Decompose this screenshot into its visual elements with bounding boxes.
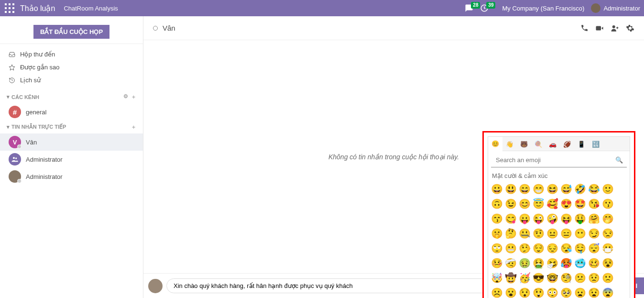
activity-icon[interactable]: 39 xyxy=(480,4,489,12)
apps-icon[interactable] xyxy=(4,2,15,14)
emoji-item[interactable]: 🤨 xyxy=(533,228,545,240)
add-user-icon[interactable] xyxy=(611,24,619,33)
emoji-item[interactable]: 😙 xyxy=(491,213,503,225)
emoji-item[interactable]: 😑 xyxy=(560,228,572,240)
emoji-item[interactable]: 😁 xyxy=(533,183,545,195)
dm-header[interactable]: ▾ TIN NHẮN TRỰC TIẾP ＋ xyxy=(0,121,143,133)
emoji-item[interactable]: 🤩 xyxy=(574,198,586,210)
emoji-item[interactable]: 😵 xyxy=(602,257,614,269)
emoji-search-input[interactable] xyxy=(495,155,615,165)
emoji-item[interactable]: 🥶 xyxy=(574,257,586,269)
emoji-item[interactable]: 😯 xyxy=(519,287,531,298)
emoji-item[interactable]: 😕 xyxy=(574,272,586,284)
emoji-item[interactable]: 🤔 xyxy=(505,228,517,240)
emoji-item[interactable]: 😀 xyxy=(491,183,503,195)
emoji-item[interactable]: 🤫 xyxy=(491,228,503,240)
emoji-item[interactable]: 🤤 xyxy=(574,243,586,254)
emoji-item[interactable]: 😪 xyxy=(560,243,572,254)
emoji-item[interactable]: 🤒 xyxy=(491,257,503,269)
emoji-item[interactable]: 😦 xyxy=(574,287,586,298)
emoji-item[interactable]: 😗 xyxy=(602,198,614,210)
dm-item[interactable]: V Vân xyxy=(0,133,143,151)
emoji-item[interactable]: 🤢 xyxy=(519,257,531,269)
emoji-item[interactable]: 🤥 xyxy=(519,243,531,254)
emoji-tab-food[interactable]: 🍭 xyxy=(531,137,546,151)
emoji-item[interactable]: 🥰 xyxy=(546,198,558,210)
emoji-item[interactable]: 😴 xyxy=(588,243,600,254)
emoji-item[interactable]: 🤪 xyxy=(546,213,558,225)
brand-title[interactable]: Thảo luận xyxy=(20,4,55,13)
emoji-item[interactable]: 😏 xyxy=(588,228,600,240)
emoji-item[interactable]: 🤠 xyxy=(505,272,517,284)
emoji-item[interactable]: 😒 xyxy=(602,228,614,240)
emoji-item[interactable]: 🤐 xyxy=(519,228,531,240)
plus-icon[interactable]: ＋ xyxy=(131,123,136,131)
emoji-item[interactable]: 😳 xyxy=(546,287,558,298)
emoji-item[interactable]: 😐 xyxy=(546,228,558,240)
call-icon[interactable] xyxy=(580,24,589,33)
emoji-item[interactable]: ☹️ xyxy=(491,287,503,298)
emoji-item[interactable]: 🤗 xyxy=(588,213,600,225)
emoji-item[interactable]: 🤮 xyxy=(533,257,545,269)
emoji-item[interactable]: 😟 xyxy=(588,272,600,284)
emoji-tab-nature[interactable]: 🐻 xyxy=(517,137,531,151)
emoji-item[interactable]: 😎 xyxy=(533,272,545,284)
emoji-item[interactable]: 🥵 xyxy=(560,257,572,269)
emoji-item[interactable]: 🥳 xyxy=(519,272,531,284)
gear-icon[interactable] xyxy=(626,24,634,33)
emoji-item[interactable]: 🧐 xyxy=(560,272,572,284)
emoji-item[interactable]: 🤓 xyxy=(546,272,558,284)
emoji-tab-symbols[interactable]: 🔣 xyxy=(589,137,603,151)
channel-item[interactable]: # general xyxy=(0,103,143,121)
channels-header[interactable]: ▾ CÁC KÊNH ⚙ ＋ xyxy=(0,90,143,103)
emoji-item[interactable]: 😆 xyxy=(546,183,558,195)
dm-item[interactable]: Administrator xyxy=(0,168,143,185)
emoji-item[interactable]: 🤣 xyxy=(574,183,586,195)
emoji-tab-objects[interactable]: 📱 xyxy=(574,137,589,151)
emoji-item[interactable]: 🤯 xyxy=(491,272,503,284)
emoji-item[interactable]: 🙃 xyxy=(491,198,503,210)
emoji-tab-activity[interactable]: 🏈 xyxy=(560,137,574,151)
emoji-item[interactable]: 😂 xyxy=(588,183,600,195)
video-icon[interactable] xyxy=(595,24,604,33)
breadcrumb[interactable]: ChatRoom Analysis xyxy=(64,5,118,12)
dm-item[interactable]: Administrator xyxy=(0,151,143,168)
emoji-item[interactable]: 😌 xyxy=(533,243,545,254)
emoji-item[interactable]: 😊 xyxy=(519,198,531,210)
emoji-item[interactable]: 😋 xyxy=(505,213,517,225)
emoji-item[interactable]: 😶 xyxy=(574,228,586,240)
emoji-item[interactable]: 😧 xyxy=(588,287,600,298)
sidebar-item-starred[interactable]: Được gắn sao xyxy=(0,61,143,74)
start-meeting-button[interactable]: BẮT ĐẦU CUỘC HỌP xyxy=(33,25,109,39)
emoji-item[interactable]: 😷 xyxy=(602,243,614,254)
emoji-item[interactable]: 🤭 xyxy=(602,213,614,225)
emoji-item[interactable]: 😍 xyxy=(560,198,572,210)
emoji-item[interactable]: 😝 xyxy=(560,213,572,225)
emoji-tab-travel[interactable]: 🚗 xyxy=(546,137,560,151)
emoji-tab-people[interactable]: 👋 xyxy=(502,137,517,151)
emoji-item[interactable]: 😲 xyxy=(533,287,545,298)
emoji-item[interactable]: 🥴 xyxy=(588,257,600,269)
emoji-item[interactable]: 🙁 xyxy=(602,272,614,284)
user-menu[interactable]: Administrator xyxy=(591,3,640,13)
emoji-item[interactable]: 😅 xyxy=(560,183,572,195)
emoji-item[interactable]: 😜 xyxy=(533,213,545,225)
search-icon[interactable]: 🔍 xyxy=(615,156,623,164)
plus-icon[interactable]: ＋ xyxy=(131,93,136,100)
sidebar-item-history[interactable]: Lịch sử xyxy=(0,74,143,87)
emoji-item[interactable]: 😛 xyxy=(519,213,531,225)
emoji-item[interactable]: 😉 xyxy=(505,198,517,210)
emoji-item[interactable]: 🤧 xyxy=(546,257,558,269)
emoji-item[interactable]: 😬 xyxy=(505,243,517,254)
emoji-tab-smileys[interactable]: 😊 xyxy=(488,137,502,151)
emoji-item[interactable]: 🥺 xyxy=(560,287,572,298)
emoji-list[interactable]: Mặt cười & cảm xúc 😀😃😄😁😆😅🤣😂🙂🙃😉😊😇🥰😍🤩😘😗😙😋😛… xyxy=(488,167,630,298)
emoji-item[interactable]: 😘 xyxy=(588,198,600,210)
emoji-item[interactable]: 🙄 xyxy=(491,243,503,254)
company-selector[interactable]: My Company (San Francisco) xyxy=(502,5,584,12)
sidebar-item-inbox[interactable]: Hộp thư đến xyxy=(0,48,143,61)
emoji-item[interactable]: 🤑 xyxy=(574,213,586,225)
emoji-item[interactable]: 🤕 xyxy=(505,257,517,269)
emoji-item[interactable]: 😇 xyxy=(533,198,545,210)
emoji-item[interactable]: 😔 xyxy=(546,243,558,254)
